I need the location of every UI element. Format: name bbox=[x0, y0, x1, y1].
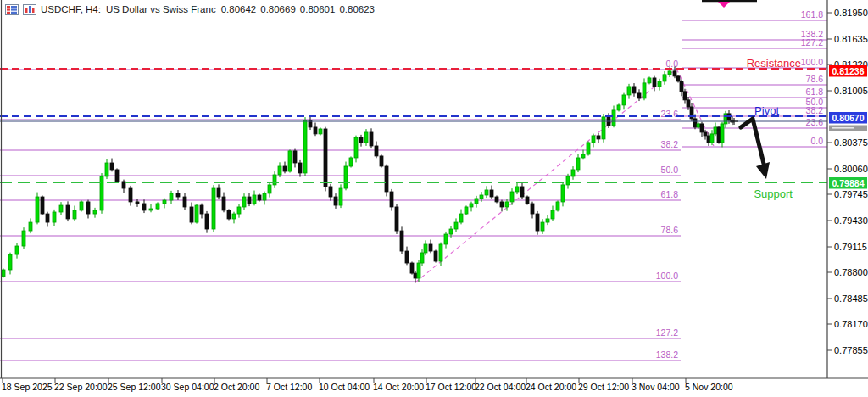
candle-body bbox=[697, 124, 700, 127]
candle-body bbox=[156, 204, 159, 209]
x-tick-label: 14 Oct 20:00 bbox=[373, 382, 424, 392]
candle-body bbox=[370, 132, 373, 146]
candle-body bbox=[329, 187, 332, 197]
candle-body bbox=[66, 205, 70, 219]
candle-body bbox=[105, 163, 108, 176]
x-tick-label: 22 Sep 20:00 bbox=[54, 382, 108, 392]
candle-body bbox=[390, 192, 393, 207]
candle-body bbox=[643, 83, 646, 98]
candle-body bbox=[500, 202, 504, 207]
projection-arrow-line[interactable] bbox=[741, 119, 764, 164]
pivot-label: Pivot bbox=[754, 104, 779, 117]
candle-body bbox=[420, 253, 424, 263]
candle-body bbox=[648, 78, 651, 83]
candle-body bbox=[227, 210, 231, 219]
candle-body bbox=[142, 204, 146, 210]
candle-body bbox=[724, 114, 727, 124]
candle-body bbox=[288, 151, 292, 171]
candle-body bbox=[571, 170, 575, 176]
projection-arrow-head[interactable] bbox=[756, 162, 770, 179]
candle-body bbox=[663, 75, 666, 81]
candle-body bbox=[480, 195, 483, 198]
candle-body bbox=[429, 244, 432, 251]
candle-body bbox=[434, 251, 437, 261]
candle-body bbox=[510, 192, 514, 202]
candle-body bbox=[217, 188, 220, 197]
candle-body bbox=[439, 244, 442, 261]
candle-body bbox=[283, 166, 287, 171]
candle-body bbox=[597, 136, 600, 139]
ohlc-close: 0.80623 bbox=[339, 4, 375, 14]
candle-body bbox=[273, 175, 276, 185]
candle-body bbox=[339, 188, 342, 205]
candle-body bbox=[86, 202, 90, 214]
candle-body bbox=[627, 87, 631, 95]
candle-body bbox=[29, 222, 32, 231]
candle-body bbox=[515, 187, 519, 192]
candle-body bbox=[242, 197, 246, 207]
candle-body bbox=[680, 81, 683, 92]
candle-body bbox=[319, 129, 322, 134]
candle-body bbox=[410, 263, 414, 273]
candle-body bbox=[205, 214, 209, 229]
candle-body bbox=[490, 190, 493, 197]
candle-body bbox=[653, 78, 656, 87]
candle-body bbox=[222, 197, 225, 210]
candle-body bbox=[587, 143, 590, 154]
fib-retracement-recent-label: 23.6 bbox=[806, 117, 824, 127]
candle-body bbox=[414, 273, 417, 278]
candle-body bbox=[349, 158, 353, 166]
candle-body bbox=[115, 170, 119, 182]
y-tick-label: 0.81950 bbox=[834, 8, 868, 18]
candle-body bbox=[303, 120, 307, 173]
candle-body bbox=[531, 204, 534, 214]
candle-body bbox=[354, 137, 358, 158]
candle-body bbox=[359, 137, 363, 143]
candle-body bbox=[314, 127, 317, 134]
quotes-panel-icon[interactable] bbox=[5, 4, 19, 15]
candle-body bbox=[417, 263, 420, 278]
support-line-badge-text: 0.79884 bbox=[832, 178, 865, 188]
candle-body bbox=[673, 71, 676, 76]
candle-body bbox=[195, 205, 198, 222]
candle-body bbox=[693, 119, 697, 127]
y-tick-label: 0.81005 bbox=[834, 86, 868, 96]
y-tick-label: 0.79115 bbox=[834, 242, 867, 252]
candle-body bbox=[36, 197, 39, 222]
chart-panel-icon[interactable] bbox=[23, 4, 36, 15]
candle-body bbox=[183, 197, 186, 207]
candle-body bbox=[520, 187, 524, 197]
fib-retracement-main-label: 38.2 bbox=[661, 139, 679, 149]
candle-body bbox=[298, 163, 302, 173]
candle-body bbox=[53, 212, 56, 222]
candle-body bbox=[424, 244, 427, 253]
candle-body bbox=[190, 207, 193, 222]
candle-body bbox=[395, 207, 398, 231]
support-label: Support bbox=[754, 187, 793, 200]
candle-body bbox=[2, 270, 5, 277]
candle-body bbox=[602, 117, 605, 139]
candle-body bbox=[485, 190, 488, 195]
x-tick-label: 22 Oct 04:00 bbox=[475, 382, 526, 392]
candle-body bbox=[268, 185, 271, 193]
y-tick-label: 0.79430 bbox=[834, 215, 868, 226]
symbol-period-title: USDCHF, H4: bbox=[41, 4, 101, 14]
candle-body bbox=[405, 251, 409, 263]
x-tick-label: 7 Oct 12:00 bbox=[266, 382, 312, 392]
candle-body bbox=[459, 214, 463, 222]
resistance-label: Resistance bbox=[747, 57, 801, 70]
candle-body bbox=[8, 254, 12, 270]
candle-body bbox=[237, 207, 241, 214]
candle-body bbox=[444, 234, 448, 244]
symbol-description: US Dollar vs Swiss Franc bbox=[106, 4, 216, 14]
candle-body bbox=[592, 136, 595, 143]
candle-body bbox=[454, 222, 458, 229]
candle-body bbox=[546, 219, 549, 222]
candle-body bbox=[278, 166, 281, 175]
fib-retracement-main-label: 61.8 bbox=[661, 189, 679, 199]
candle-body bbox=[163, 200, 166, 204]
x-tick-label: 2 Oct 20:00 bbox=[214, 382, 259, 392]
candle-body bbox=[59, 205, 63, 212]
fib-retracement-main-label: 138.2 bbox=[656, 349, 678, 360]
fib-retracement-recent-label: 0.0 bbox=[810, 136, 823, 146]
